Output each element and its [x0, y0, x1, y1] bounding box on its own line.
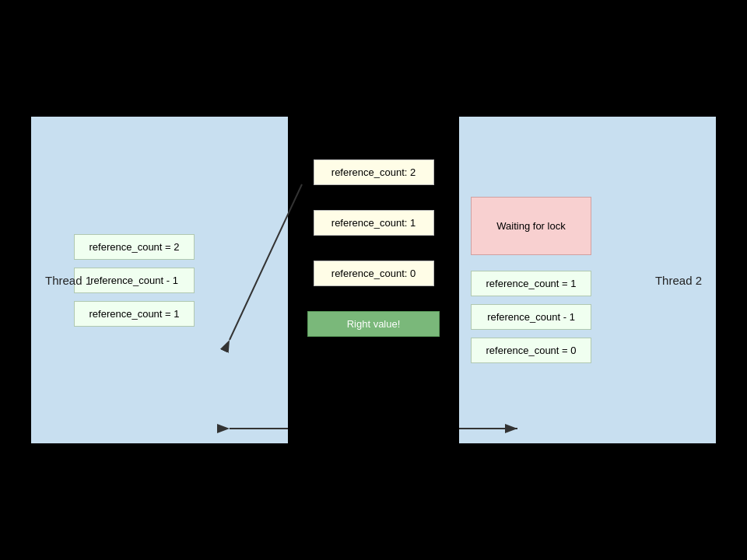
shared-value-3: reference_count: 0: [314, 261, 434, 286]
thread1-stack: reference_count = 2 reference_count - 1 …: [74, 234, 195, 327]
thread2-waiting-box: Waiting for lock: [471, 197, 591, 255]
thread1-box3: reference_count = 1: [74, 301, 195, 327]
thread2-label: Thread 2: [655, 274, 702, 287]
thread2-box2: reference_count = 1: [471, 271, 591, 296]
thread1-label: Thread 1: [45, 274, 92, 287]
result-box: Right value!: [307, 311, 440, 337]
thread2-panel: Thread 2 Waiting for lock reference_coun…: [459, 117, 716, 443]
thread2-stack: Waiting for lock reference_count = 1 ref…: [471, 197, 591, 363]
thread2-box4: reference_count = 0: [471, 338, 591, 363]
center-panel: reference_count: 2 reference_count: 1 re…: [288, 117, 459, 443]
thread1-box2: reference_count - 1: [74, 268, 195, 293]
thread1-box1: reference_count = 2: [74, 234, 195, 260]
thread1-panel: Thread 1 reference_count = 2 reference_c…: [31, 117, 288, 443]
shared-value-2: reference_count: 1: [314, 210, 434, 236]
shared-value-1: reference_count: 2: [314, 159, 434, 185]
thread2-box3: reference_count - 1: [471, 304, 591, 330]
diagram-container: Thread 1 reference_count = 2 reference_c…: [31, 117, 716, 443]
